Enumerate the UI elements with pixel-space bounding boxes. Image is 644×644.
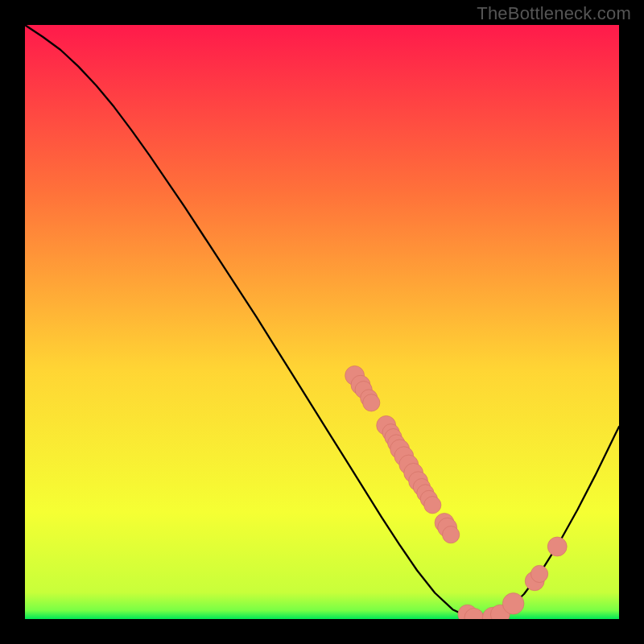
data-marker <box>443 526 460 543</box>
data-marker <box>502 593 524 615</box>
chart-svg <box>25 25 619 619</box>
gradient-background <box>25 25 619 619</box>
data-marker <box>363 394 380 411</box>
data-marker <box>547 537 567 556</box>
watermark-text: TheBottleneck.com <box>477 3 631 24</box>
chart-plot <box>25 25 619 619</box>
data-marker <box>424 497 441 514</box>
data-marker <box>530 565 547 582</box>
chart-stage: TheBottleneck.com <box>0 0 644 644</box>
